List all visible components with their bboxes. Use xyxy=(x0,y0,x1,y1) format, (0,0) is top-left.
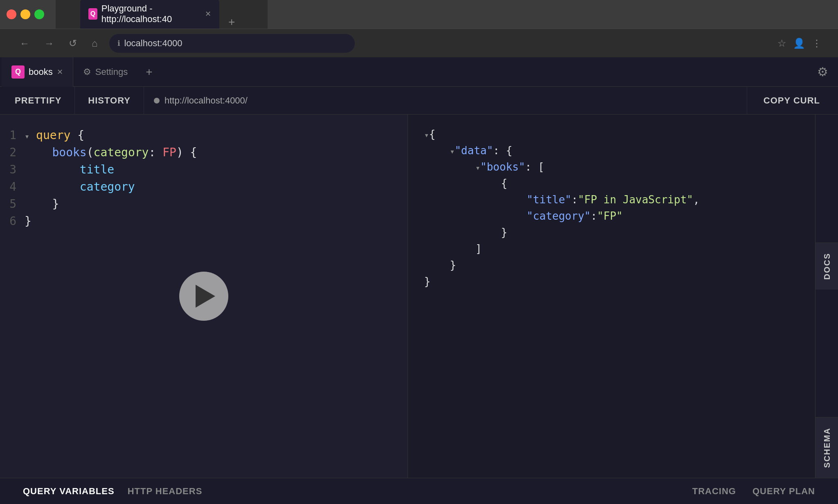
result-code: ▾ { ▾ "data": { ▾ "books": [ { "title": … xyxy=(408,128,815,291)
settings-label: Settings xyxy=(95,67,128,77)
history-button[interactable]: HISTORY xyxy=(75,87,144,115)
result-line-9: } xyxy=(424,259,799,275)
result-panel: ▾ { ▾ "data": { ▾ "books": [ { "title": … xyxy=(408,115,815,478)
schema-button[interactable]: SCHEMA xyxy=(815,417,838,478)
docs-button[interactable]: DOCS xyxy=(815,243,838,290)
endpoint-url-bar[interactable]: http://localhost:4000/ xyxy=(144,95,747,106)
url-input[interactable]: ℹ localhost:4000 xyxy=(109,34,355,53)
playground-tab-icon: Q xyxy=(11,65,25,79)
val-fp: FP xyxy=(162,146,176,159)
brace-close-books: } xyxy=(52,197,59,211)
r-triangle-2: ▾ xyxy=(450,146,455,156)
settings-gear-icon: ⚙ xyxy=(83,67,91,77)
result-line-5: "title": "FP in JavaScript", xyxy=(424,193,799,209)
settings-gear-button[interactable]: ⚙ xyxy=(817,65,838,79)
browser-chrome: Q Playground - http://localhost:40 ✕ + xyxy=(0,0,838,29)
query-plan-button[interactable]: QUERY PLAN xyxy=(746,486,822,497)
result-line-6: "category": "FP" xyxy=(424,209,799,226)
code-line-6: 6 } xyxy=(0,214,408,231)
result-line-3: ▾ "books": [ xyxy=(424,160,799,177)
code-content-2: books(category: FP) { xyxy=(25,146,197,159)
tab-title: Playground - http://localhost:40 xyxy=(101,3,198,25)
menu-icon[interactable]: ⋮ xyxy=(812,38,822,49)
r-triangle-1: ▾ xyxy=(424,130,429,140)
r-brace-obj-close: } xyxy=(501,226,507,239)
bookmark-icon[interactable]: ☆ xyxy=(777,38,786,49)
browser-address-bar: ← → ↺ ⌂ ℹ localhost:4000 ☆ 👤 ⋮ xyxy=(0,29,838,57)
brace-close-query: } xyxy=(25,214,32,228)
reload-button[interactable]: ↺ xyxy=(65,34,80,52)
field-title: title xyxy=(80,163,114,176)
lock-icon: ℹ xyxy=(117,39,120,48)
brace-1: { xyxy=(70,128,84,142)
line-number-2: 2 xyxy=(0,146,25,159)
r-key-data: "data" xyxy=(455,144,493,157)
field-category: category xyxy=(80,180,135,194)
playground-tab-close[interactable]: ✕ xyxy=(57,68,63,76)
r-val-title: "FP in JavaScript" xyxy=(578,194,693,206)
tab-favicon: Q xyxy=(88,8,97,20)
browser-actions: ☆ 👤 ⋮ xyxy=(777,38,822,49)
r-brace-obj-open: { xyxy=(501,177,507,189)
traffic-light-green[interactable] xyxy=(34,9,44,19)
copy-curl-button[interactable]: COPY CURL xyxy=(747,87,836,115)
collapse-triangle-1: ▾ xyxy=(25,131,34,141)
code-content-3: title xyxy=(25,163,114,176)
code-content-4: category xyxy=(25,180,135,194)
line-number-1: 1 xyxy=(0,128,25,142)
connection-status-dot xyxy=(154,98,160,104)
colon: : xyxy=(149,146,162,159)
new-tab-button[interactable]: + xyxy=(220,16,243,29)
books-func: books xyxy=(52,146,86,159)
r-brace-root-close: } xyxy=(424,275,431,288)
playground-toolbar: PRETTIFY HISTORY http://localhost:4000/ … xyxy=(0,87,838,115)
code-line-4: 4 category xyxy=(0,179,408,196)
arg-category: category xyxy=(94,146,149,159)
code-line-2: 2 books(category: FP) { xyxy=(0,145,408,162)
r-colon-books: : [ xyxy=(525,161,544,173)
code-line-3: 3 title xyxy=(0,162,408,179)
traffic-light-red[interactable] xyxy=(7,9,16,19)
add-tab-button[interactable]: + xyxy=(137,65,160,79)
home-button[interactable]: ⌂ xyxy=(88,34,101,52)
prettify-button[interactable]: PRETTIFY xyxy=(2,87,75,115)
playground: Q books ✕ ⚙ Settings + ⚙ PRETTIFY HISTOR… xyxy=(0,57,838,504)
http-headers-button[interactable]: HTTP HEADERS xyxy=(121,486,209,497)
tab-close-button[interactable]: ✕ xyxy=(205,9,211,18)
endpoint-url-text: http://localhost:4000/ xyxy=(164,95,248,106)
active-browser-tab[interactable]: Q Playground - http://localhost:40 ✕ xyxy=(80,0,219,29)
code-content-5: } xyxy=(25,197,59,211)
tracing-button[interactable]: TRACING xyxy=(686,486,743,497)
line-number-6: 6 xyxy=(0,214,25,228)
line-number-3: 3 xyxy=(0,163,25,176)
main-content: 1 ▾ query { 2 books(category: FP) { 3 ti… xyxy=(0,115,838,478)
query-variables-button[interactable]: QUERY VARIABLES xyxy=(16,486,121,497)
r-key-title: "title" xyxy=(527,194,572,206)
playground-tab-bar: Q books ✕ ⚙ Settings + ⚙ xyxy=(0,57,838,87)
play-button-wrapper xyxy=(179,272,228,321)
result-line-4: { xyxy=(424,177,799,193)
r-comma-title: , xyxy=(693,194,700,206)
r-colon-category: : xyxy=(591,210,597,222)
r-brace-data-close: } xyxy=(450,259,456,271)
r-val-category: "FP" xyxy=(597,210,623,222)
forward-button[interactable]: → xyxy=(41,34,57,52)
result-line-2: ▾ "data": { xyxy=(424,144,799,160)
paren-open: ( xyxy=(87,146,94,159)
profile-icon[interactable]: 👤 xyxy=(793,38,805,49)
code-line-1: 1 ▾ query { xyxy=(0,128,408,145)
result-line-7: } xyxy=(424,226,799,242)
r-bracket-close: ] xyxy=(475,243,482,255)
result-line-8: ] xyxy=(424,242,799,259)
play-button[interactable] xyxy=(179,272,228,321)
playground-tab-books[interactable]: Q books ✕ xyxy=(2,57,73,87)
result-line-10: } xyxy=(424,275,799,291)
r-key-category: "category" xyxy=(527,210,591,222)
traffic-light-yellow[interactable] xyxy=(20,9,30,19)
r-triangle-3: ▾ xyxy=(475,163,480,173)
query-editor[interactable]: 1 ▾ query { 2 books(category: FP) { 3 ti… xyxy=(0,115,408,478)
playground-settings-tab[interactable]: ⚙ Settings xyxy=(73,67,138,77)
traffic-lights xyxy=(7,9,44,19)
code-content-6: } xyxy=(25,214,32,228)
back-button[interactable]: ← xyxy=(16,34,33,52)
